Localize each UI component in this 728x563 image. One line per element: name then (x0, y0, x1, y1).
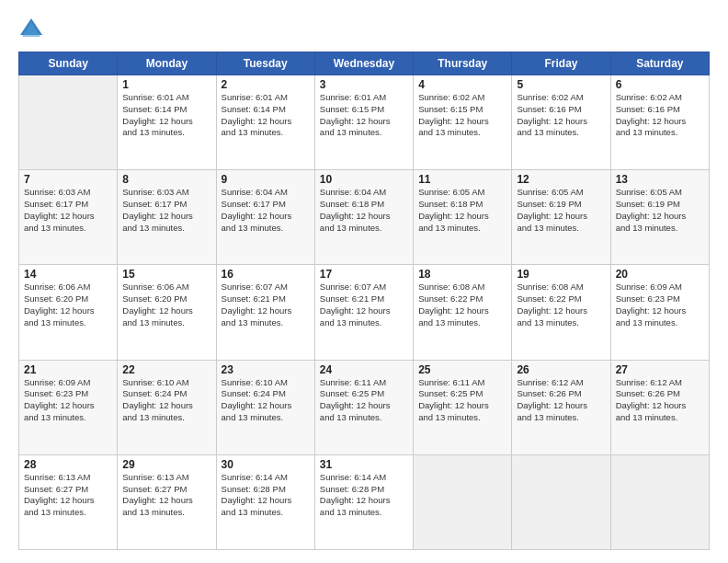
cell-info-line: Sunrise: 6:08 AM (418, 282, 484, 292)
cell-content: Sunrise: 6:05 AMSunset: 6:19 PMDaylight:… (517, 187, 605, 234)
day-number: 7 (24, 173, 112, 186)
cell-info-line: Daylight: 12 hours (24, 305, 95, 316)
calendar-week-row: 1Sunrise: 6:01 AMSunset: 6:14 PMDaylight… (19, 75, 710, 170)
cell-content: Sunrise: 6:06 AMSunset: 6:20 PMDaylight:… (122, 282, 210, 328)
cell-info-line: Daylight: 12 hours (418, 400, 489, 410)
calendar-cell: 9Sunrise: 6:04 AMSunset: 6:17 PMDaylight… (216, 170, 314, 265)
cell-content: Sunrise: 6:07 AMSunset: 6:21 PMDaylight:… (320, 282, 408, 328)
calendar-cell: 6Sunrise: 6:02 AMSunset: 6:16 PMDaylight… (610, 75, 709, 170)
cell-info-line: Sunset: 6:25 PM (320, 388, 384, 398)
cell-info-line: Daylight: 12 hours (122, 116, 193, 126)
calendar-cell: 22Sunrise: 6:10 AMSunset: 6:24 PMDayligh… (118, 360, 216, 454)
cell-info-line: and 13 minutes. (122, 317, 185, 327)
day-number: 9 (222, 173, 310, 186)
calendar-cell: 12Sunrise: 6:05 AMSunset: 6:19 PMDayligh… (512, 170, 610, 265)
calendar-cell (414, 454, 512, 549)
cell-info-line: Daylight: 12 hours (418, 305, 489, 316)
calendar-cell: 30Sunrise: 6:14 AMSunset: 6:28 PMDayligh… (216, 454, 314, 549)
day-number: 28 (24, 458, 112, 471)
cell-info-line: Sunrise: 6:01 AM (320, 92, 386, 102)
cell-content: Sunrise: 6:08 AMSunset: 6:22 PMDaylight:… (517, 282, 605, 328)
cell-info-line: Sunrise: 6:14 AM (320, 472, 386, 482)
calendar-day-header: Saturday (610, 52, 709, 75)
cell-info-line: Sunset: 6:21 PM (320, 293, 384, 304)
cell-info-line: and 13 minutes. (418, 127, 481, 137)
cell-info-line: and 13 minutes. (418, 317, 481, 327)
cell-content: Sunrise: 6:03 AMSunset: 6:17 PMDaylight:… (122, 187, 210, 234)
cell-info-line: Sunrise: 6:12 AM (517, 377, 583, 387)
cell-info-line: Daylight: 12 hours (222, 305, 292, 316)
cell-info-line: Sunset: 6:28 PM (222, 484, 286, 494)
cell-info-line: Daylight: 12 hours (418, 211, 489, 221)
cell-info-line: Sunrise: 6:01 AM (122, 92, 188, 102)
cell-info-line: Sunrise: 6:10 AM (122, 377, 188, 387)
cell-info-line: Daylight: 12 hours (517, 305, 587, 316)
cell-info-line: Sunset: 6:20 PM (24, 293, 88, 304)
cell-info-line: and 13 minutes. (320, 317, 382, 327)
cell-info-line: Daylight: 12 hours (320, 305, 391, 316)
cell-content: Sunrise: 6:12 AMSunset: 6:26 PMDaylight:… (616, 377, 704, 424)
calendar-cell: 29Sunrise: 6:13 AMSunset: 6:27 PMDayligh… (118, 454, 216, 549)
cell-info-line: Sunset: 6:24 PM (122, 388, 187, 398)
day-number: 12 (517, 173, 605, 186)
cell-content: Sunrise: 6:01 AMSunset: 6:14 PMDaylight:… (222, 92, 310, 139)
day-number: 15 (122, 268, 210, 281)
cell-info-line: Daylight: 12 hours (616, 211, 687, 221)
cell-info-line: Sunrise: 6:05 AM (418, 187, 484, 197)
calendar-cell: 25Sunrise: 6:11 AMSunset: 6:25 PMDayligh… (414, 360, 512, 454)
cell-info-line: and 13 minutes. (122, 412, 185, 422)
cell-info-line: Sunset: 6:20 PM (122, 293, 187, 304)
calendar-cell: 17Sunrise: 6:07 AMSunset: 6:21 PMDayligh… (314, 265, 413, 360)
cell-info-line: Sunset: 6:19 PM (517, 199, 581, 209)
cell-info-line: Sunrise: 6:13 AM (24, 472, 90, 482)
cell-info-line: Sunrise: 6:04 AM (222, 187, 288, 197)
cell-content: Sunrise: 6:14 AMSunset: 6:28 PMDaylight:… (320, 472, 408, 519)
day-number: 24 (320, 363, 408, 376)
cell-info-line: and 13 minutes. (616, 223, 678, 233)
day-number: 17 (320, 268, 408, 281)
cell-content: Sunrise: 6:07 AMSunset: 6:21 PMDaylight:… (222, 282, 310, 328)
cell-info-line: Daylight: 12 hours (616, 116, 687, 126)
calendar-cell: 20Sunrise: 6:09 AMSunset: 6:23 PMDayligh… (610, 265, 709, 360)
calendar-day-header: Thursday (414, 52, 512, 75)
cell-info-line: and 13 minutes. (320, 412, 382, 422)
cell-info-line: Sunset: 6:23 PM (24, 388, 88, 398)
header (18, 17, 710, 42)
cell-info-line: Daylight: 12 hours (122, 211, 193, 221)
cell-info-line: and 13 minutes. (418, 223, 481, 233)
cell-info-line: and 13 minutes. (222, 412, 284, 422)
day-number: 19 (517, 268, 605, 281)
cell-info-line: Sunrise: 6:03 AM (24, 187, 90, 197)
calendar-cell: 4Sunrise: 6:02 AMSunset: 6:15 PMDaylight… (414, 75, 512, 170)
cell-info-line: Sunrise: 6:09 AM (616, 282, 682, 292)
cell-info-line: Sunset: 6:21 PM (222, 293, 286, 304)
cell-info-line: and 13 minutes. (222, 127, 284, 137)
cell-info-line: and 13 minutes. (222, 223, 284, 233)
cell-content: Sunrise: 6:02 AMSunset: 6:15 PMDaylight:… (418, 92, 506, 139)
cell-info-line: Daylight: 12 hours (320, 116, 391, 126)
calendar-cell: 18Sunrise: 6:08 AMSunset: 6:22 PMDayligh… (414, 265, 512, 360)
cell-info-line: and 13 minutes. (517, 412, 579, 422)
day-number: 16 (222, 268, 310, 281)
day-number: 14 (24, 268, 112, 281)
cell-info-line: and 13 minutes. (24, 412, 86, 422)
calendar-cell: 5Sunrise: 6:02 AMSunset: 6:16 PMDaylight… (512, 75, 610, 170)
cell-info-line: Daylight: 12 hours (122, 305, 193, 316)
day-number: 13 (616, 173, 704, 186)
cell-info-line: Daylight: 12 hours (517, 211, 587, 221)
cell-info-line: Daylight: 12 hours (320, 211, 391, 221)
day-number: 20 (616, 268, 704, 281)
day-number: 23 (222, 363, 310, 376)
day-number: 5 (517, 78, 605, 91)
cell-info-line: and 13 minutes. (616, 412, 678, 422)
cell-info-line: Sunset: 6:27 PM (122, 484, 187, 494)
calendar-cell: 21Sunrise: 6:09 AMSunset: 6:23 PMDayligh… (19, 360, 118, 454)
cell-content: Sunrise: 6:01 AMSunset: 6:14 PMDaylight:… (122, 92, 210, 139)
cell-info-line: and 13 minutes. (24, 507, 86, 517)
calendar-cell: 11Sunrise: 6:05 AMSunset: 6:18 PMDayligh… (414, 170, 512, 265)
day-number: 22 (122, 363, 210, 376)
calendar-cell: 10Sunrise: 6:04 AMSunset: 6:18 PMDayligh… (314, 170, 413, 265)
calendar-cell: 1Sunrise: 6:01 AMSunset: 6:14 PMDaylight… (118, 75, 216, 170)
cell-info-line: and 13 minutes. (24, 317, 86, 327)
cell-info-line: Daylight: 12 hours (616, 305, 687, 316)
